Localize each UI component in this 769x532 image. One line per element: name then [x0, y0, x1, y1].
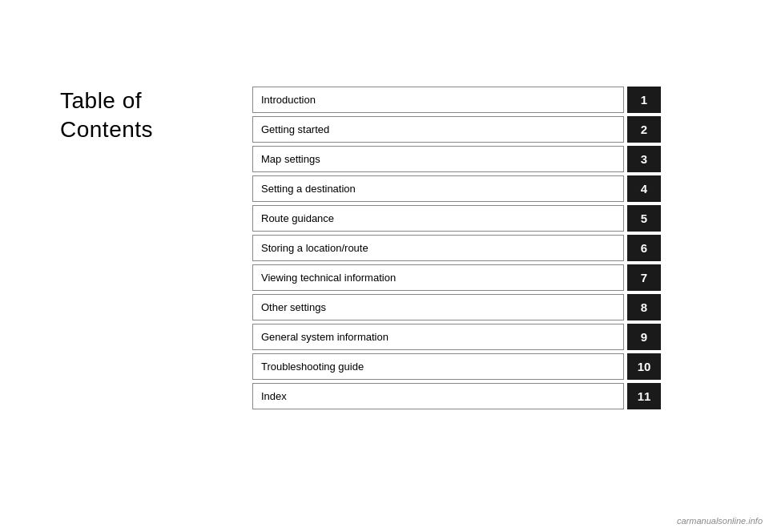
- toc-label: Map settings: [252, 146, 624, 172]
- watermark: carmanualsonline.info: [677, 516, 763, 526]
- page-title: Table of Contents: [60, 87, 153, 145]
- title-section: Table of Contents: [60, 87, 153, 145]
- toc-row[interactable]: Index11: [252, 383, 661, 409]
- toc-row[interactable]: Map settings3: [252, 146, 661, 172]
- toc-number: 3: [627, 146, 661, 172]
- toc-label: Troubleshooting guide: [252, 353, 624, 380]
- toc-number: 4: [627, 175, 661, 202]
- toc-row[interactable]: Setting a destination4: [252, 175, 661, 202]
- toc-number: 10: [627, 353, 661, 380]
- toc-number: 5: [627, 205, 661, 232]
- toc-row[interactable]: Other settings8: [252, 294, 661, 320]
- toc-label: Route guidance: [252, 205, 624, 232]
- toc-label: Other settings: [252, 294, 624, 320]
- toc-row[interactable]: Introduction1: [252, 87, 661, 113]
- toc-row[interactable]: General system information9: [252, 324, 661, 350]
- title-line2: Contents: [60, 117, 153, 142]
- toc-label: Introduction: [252, 87, 624, 113]
- toc-number: 1: [627, 87, 661, 113]
- toc-row[interactable]: Viewing technical information7: [252, 264, 661, 291]
- toc-label: Getting started: [252, 116, 624, 143]
- toc-row[interactable]: Storing a location/route6: [252, 235, 661, 261]
- toc-number: 2: [627, 116, 661, 143]
- toc-section: Introduction1Getting started2Map setting…: [252, 87, 661, 413]
- toc-label: General system information: [252, 324, 624, 350]
- toc-label: Viewing technical information: [252, 264, 624, 291]
- toc-number: 9: [627, 324, 661, 350]
- title-line1: Table of: [60, 88, 142, 113]
- toc-label: Setting a destination: [252, 175, 624, 202]
- toc-number: 7: [627, 264, 661, 291]
- toc-label: Storing a location/route: [252, 235, 624, 261]
- toc-number: 8: [627, 294, 661, 320]
- page-container: Table of Contents Introduction1Getting s…: [0, 0, 769, 532]
- toc-number: 11: [627, 383, 661, 409]
- toc-label: Index: [252, 383, 624, 409]
- toc-row[interactable]: Troubleshooting guide10: [252, 353, 661, 380]
- toc-number: 6: [627, 235, 661, 261]
- toc-row[interactable]: Route guidance5: [252, 205, 661, 232]
- toc-row[interactable]: Getting started2: [252, 116, 661, 143]
